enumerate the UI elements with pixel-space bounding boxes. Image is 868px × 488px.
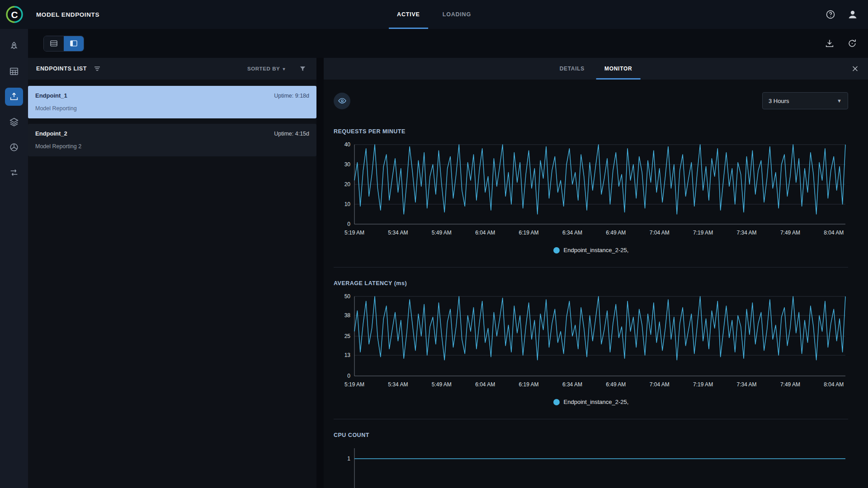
auto-refresh-icon[interactable]	[847, 38, 857, 48]
tab-active[interactable]: ACTIVE	[389, 0, 428, 29]
svg-text:25: 25	[344, 333, 351, 339]
toolbar	[28, 29, 868, 58]
layers-icon	[9, 117, 19, 127]
main-area: ENDPOINTS LIST SORTED BY ▾	[28, 29, 868, 488]
legend-label: Endpoint_instance_2-25,	[564, 247, 629, 253]
sidebar-item-layers[interactable]	[5, 113, 23, 131]
model-endpoints-icon	[9, 92, 19, 102]
svg-text:7:34 AM: 7:34 AM	[736, 230, 756, 236]
svg-text:7:49 AM: 7:49 AM	[780, 381, 800, 388]
requests-per-minute-chart[interactable]: 0102030405:19 AM5:34 AM5:49 AM6:04 AM6:1…	[334, 141, 848, 239]
help-icon[interactable]	[826, 9, 835, 19]
pipelines-icon	[9, 142, 19, 152]
svg-text:6:04 AM: 6:04 AM	[475, 381, 495, 388]
svg-text:7:19 AM: 7:19 AM	[693, 381, 713, 388]
svg-text:0: 0	[347, 373, 350, 379]
panels: ENDPOINTS LIST SORTED BY ▾	[28, 58, 868, 488]
endpoints-list-panel: ENDPOINTS LIST SORTED BY ▾	[28, 58, 316, 488]
monitor-controls: 3 Hours ▼	[334, 92, 848, 109]
header-actions	[826, 9, 858, 20]
average-latency-chart[interactable]: 0132538505:19 AM5:34 AM5:49 AM6:04 AM6:1…	[334, 293, 848, 391]
svg-text:8:04 AM: 8:04 AM	[824, 381, 844, 388]
svg-text:C: C	[11, 9, 18, 20]
sidebar-item-rocket[interactable]	[5, 37, 23, 55]
monitor-header: DETAILS MONITOR	[324, 58, 868, 80]
svg-text:6:49 AM: 6:49 AM	[606, 230, 626, 236]
svg-text:38: 38	[344, 312, 351, 319]
endpoint-uptime: Uptime: 4:15d	[274, 131, 309, 137]
monitor-body: 3 Hours ▼ REQUESTS PER MINUTE 0102030405…	[324, 80, 868, 488]
legend-label: Endpoint_instance_2-25,	[564, 399, 629, 405]
datasets-grid-icon	[9, 66, 19, 76]
svg-text:30: 30	[344, 161, 351, 168]
rocket-icon	[9, 41, 19, 51]
legend-dot	[553, 247, 560, 253]
toolbar-actions	[825, 38, 857, 48]
filter-funnel-icon[interactable]	[299, 65, 307, 73]
show-hide-eye-button[interactable]	[334, 93, 350, 109]
svg-text:40: 40	[344, 141, 351, 148]
table-view-button[interactable]	[44, 36, 64, 51]
sidebar-item-workers[interactable]	[5, 164, 23, 182]
clearml-logo: C	[5, 5, 24, 23]
svg-text:6:34 AM: 6:34 AM	[562, 381, 582, 388]
svg-text:5:49 AM: 5:49 AM	[432, 230, 452, 236]
legend-dot	[553, 399, 560, 405]
svg-text:6:19 AM: 6:19 AM	[519, 381, 539, 388]
time-range-value: 3 Hours	[769, 98, 789, 104]
svg-text:7:19 AM: 7:19 AM	[693, 230, 713, 236]
svg-text:50: 50	[344, 293, 351, 300]
svg-text:7:34 AM: 7:34 AM	[736, 381, 756, 388]
download-icon[interactable]	[825, 38, 835, 48]
view-toggle-group	[43, 36, 84, 52]
tab-details[interactable]: DETAILS	[552, 58, 593, 80]
split-view-button[interactable]	[64, 36, 84, 51]
chart-legend: Endpoint_instance_2-25,	[334, 247, 848, 253]
svg-text:10: 10	[344, 201, 351, 207]
sort-list-icon[interactable]	[93, 65, 101, 73]
endpoints-list-header: ENDPOINTS LIST SORTED BY ▾	[28, 58, 316, 80]
sidebar-item-pipelines[interactable]	[5, 138, 23, 156]
page-title: MODEL ENDPOINTS	[36, 11, 99, 18]
endpoint-subtitle: Model Reporting	[35, 105, 309, 112]
svg-text:7:04 AM: 7:04 AM	[650, 381, 670, 388]
svg-text:5:49 AM: 5:49 AM	[432, 381, 452, 388]
chart-legend: Endpoint_instance_2-25,	[334, 399, 848, 405]
sorted-by-label: SORTED BY	[247, 66, 280, 71]
time-range-select[interactable]: 3 Hours ▼	[762, 92, 848, 109]
svg-text:5:19 AM: 5:19 AM	[344, 381, 364, 388]
svg-text:1: 1	[347, 455, 350, 462]
table-view-icon	[49, 39, 58, 48]
svg-text:7:04 AM: 7:04 AM	[650, 230, 670, 236]
chart-title-latency: AVERAGE LATENCY (ms)	[334, 280, 848, 286]
endpoint-card-1[interactable]: Endpoint_1 Uptime: 9:18d Model Reporting	[28, 86, 316, 118]
endpoint-uptime: Uptime: 9:18d	[274, 93, 309, 99]
svg-text:5:19 AM: 5:19 AM	[344, 230, 364, 236]
split-view-icon	[69, 39, 78, 48]
cpu-count-chart[interactable]: 1	[334, 445, 848, 488]
sidebar-item-datasets[interactable]	[5, 62, 23, 80]
sorted-by-dropdown[interactable]: SORTED BY ▾	[247, 66, 285, 71]
svg-text:6:34 AM: 6:34 AM	[562, 230, 582, 236]
endpoint-subtitle: Model Reporting 2	[35, 143, 309, 150]
svg-text:13: 13	[344, 352, 351, 358]
eye-icon	[338, 96, 347, 105]
sidebar-item-endpoints[interactable]	[5, 88, 23, 106]
svg-text:5:34 AM: 5:34 AM	[388, 230, 408, 236]
app-header: C MODEL ENDPOINTS ACTIVE LOADING	[0, 0, 868, 29]
chart-title-requests: REQUESTS PER MINUTE	[334, 128, 848, 135]
section-divider	[334, 267, 848, 267]
svg-text:5:34 AM: 5:34 AM	[388, 381, 408, 388]
svg-text:6:19 AM: 6:19 AM	[519, 230, 539, 236]
close-icon[interactable]	[851, 65, 859, 73]
monitor-panel: DETAILS MONITOR	[324, 58, 868, 488]
tab-loading[interactable]: LOADING	[434, 0, 479, 29]
svg-text:6:49 AM: 6:49 AM	[606, 381, 626, 388]
app-sidebar	[0, 29, 28, 488]
svg-text:0: 0	[347, 221, 350, 227]
endpoint-card-2[interactable]: Endpoint_2 Uptime: 4:15d Model Reporting…	[28, 124, 316, 156]
endpoints-list-title: ENDPOINTS LIST	[36, 66, 87, 72]
svg-text:6:04 AM: 6:04 AM	[475, 230, 495, 236]
user-avatar-icon[interactable]	[847, 9, 858, 20]
tab-monitor[interactable]: MONITOR	[596, 58, 640, 80]
